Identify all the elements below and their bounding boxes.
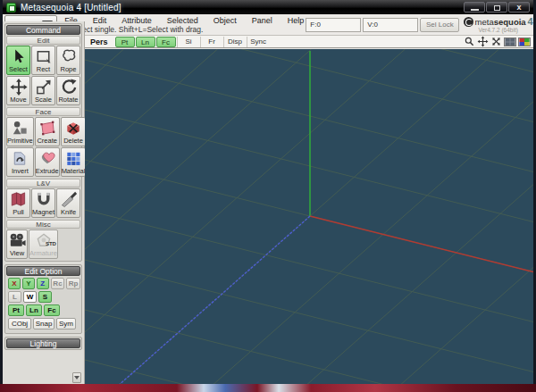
snap-toggle[interactable]: Snap <box>33 318 54 329</box>
axis-z-toggle[interactable]: Z <box>37 278 49 289</box>
menu-object[interactable]: Object <box>212 16 239 25</box>
local-toggle[interactable]: L <box>8 291 21 303</box>
tool-invert-button[interactable]: Invert <box>6 147 34 177</box>
viewport-canvas <box>85 49 533 386</box>
axis-y-toggle[interactable]: Y <box>22 278 35 289</box>
zoom-icon[interactable] <box>464 36 475 47</box>
tool-rect-button[interactable]: Rect <box>31 46 55 75</box>
section-edit-header: Edit <box>6 36 80 45</box>
menu-panel[interactable]: Panel <box>250 16 274 25</box>
viewport-toggle-ln[interactable]: Ln <box>136 37 155 47</box>
tool-primitive-button[interactable]: Primitive <box>6 117 34 146</box>
chevron-down-icon <box>74 376 80 379</box>
tool-move-button[interactable]: Move <box>6 76 30 105</box>
rp-toggle[interactable]: Rp <box>66 278 80 289</box>
material-grid-icon <box>63 149 83 168</box>
metasequoia-logo-icon <box>464 17 473 27</box>
tool-pull-button[interactable]: Pull <box>6 188 30 218</box>
app-icon <box>6 3 16 13</box>
maximize-button[interactable] <box>486 2 507 13</box>
titlebar[interactable]: Metasequoia 4 [Untitled] x <box>3 0 533 14</box>
movie-camera-icon <box>7 231 27 250</box>
rc-toggle[interactable]: Rc <box>51 278 65 289</box>
status-hint: L=Select single. Shift+L=Select with dra… <box>63 25 306 35</box>
viewport-toggle-fc[interactable]: Fc <box>156 37 176 47</box>
viewport-button-sync[interactable]: Sync <box>247 37 270 47</box>
lighting-panel-header[interactable]: Lighting <box>6 338 80 348</box>
tool-rotate-button[interactable]: Rotate <box>56 76 80 105</box>
viewport-button-fr[interactable]: Fr <box>200 37 223 47</box>
tool-view-button[interactable]: View <box>6 229 28 259</box>
tool-rope-button[interactable]: Rope <box>56 46 80 75</box>
3d-viewport[interactable] <box>85 49 533 386</box>
rope-lasso-icon <box>59 47 79 66</box>
tool-magnet-button[interactable]: Magnet <box>31 188 55 218</box>
panel-scroll-down-button[interactable] <box>72 372 81 383</box>
viewport-toggle-pt[interactable]: Pt <box>115 37 135 47</box>
window-title: Metasequoia 4 [Untitled] <box>21 3 121 13</box>
pull-map-icon <box>8 190 28 209</box>
tool-delete-button[interactable]: Delete <box>61 117 87 146</box>
menu-help[interactable]: Help <box>286 16 306 25</box>
tool-scale-button[interactable]: Scale <box>31 76 55 105</box>
command-panel: Command Edit Select Rect Rope Move <box>4 23 82 262</box>
command-panel-header[interactable]: Command <box>6 25 80 35</box>
menu-selected[interactable]: Selected <box>165 16 200 25</box>
magnet-icon <box>34 190 54 209</box>
sel-lock-button[interactable]: Sel Lock <box>420 18 459 32</box>
brand-block: metasequoia 4 Ver4.7.2 (64bit) <box>463 14 533 35</box>
edit-option-header[interactable]: Edit Option <box>6 266 80 276</box>
delete-face-icon <box>63 119 83 138</box>
select-cursor-icon <box>9 47 29 66</box>
tool-knife-button[interactable]: Knife <box>56 188 80 218</box>
maximize-icon <box>494 5 500 11</box>
tool-extrude-button[interactable]: Extrude <box>35 147 60 177</box>
edit-option-panel: Edit Option X Y Z Rc Rp L W S Pt Ln Fc C… <box>4 264 82 334</box>
close-button[interactable]: x <box>508 2 530 13</box>
minimize-button[interactable] <box>464 2 485 13</box>
brand-sequoia: sequoia <box>494 17 526 27</box>
knife-icon <box>59 190 79 209</box>
menu-edit[interactable]: Edit <box>91 16 109 25</box>
line-toggle[interactable]: Ln <box>26 304 42 316</box>
face-toggle[interactable]: Fc <box>44 304 60 316</box>
view-mode-label[interactable]: Pers <box>85 38 115 46</box>
tool-material-button[interactable]: Material <box>61 147 87 177</box>
screen-toggle[interactable]: S <box>38 291 52 303</box>
single-view-layout-icon[interactable] <box>504 38 516 46</box>
sym-toggle[interactable]: Sym <box>56 318 76 329</box>
point-toggle[interactable]: Pt <box>8 304 24 316</box>
brand-version: Ver4.7.2 (64bit) <box>478 27 517 33</box>
quad-view-layout-icon[interactable] <box>518 38 531 46</box>
scale-icon <box>34 78 54 96</box>
viewport-header: Pers Pt Ln Fc Si Fr Disp Sync <box>85 36 533 48</box>
pan-icon[interactable] <box>477 36 489 47</box>
app-window: Metasequoia 4 [Untitled] x Beginner File… <box>0 0 536 387</box>
rotate-view-icon[interactable] <box>490 36 502 47</box>
create-face-icon <box>38 119 57 138</box>
tool-armature-button[interactable]: STD Armature <box>29 229 58 259</box>
desktop-background <box>0 384 536 392</box>
armature-std-badge: STD <box>46 241 56 246</box>
viewport-button-disp[interactable]: Disp <box>223 37 247 47</box>
section-lv-header: L&V <box>6 179 80 188</box>
world-toggle[interactable]: W <box>23 291 37 303</box>
tool-create-button[interactable]: Create <box>35 117 60 146</box>
face-count-field: F:0 <box>306 18 361 32</box>
move-arrows-icon <box>9 78 29 96</box>
viewport-button-si[interactable]: Si <box>177 37 200 47</box>
lighting-panel: Lighting <box>4 337 82 350</box>
rotate-icon <box>59 78 79 96</box>
tool-select-button[interactable]: Select <box>6 46 30 75</box>
cobj-toggle[interactable]: CObj <box>8 318 31 329</box>
primitive-shapes-icon <box>10 119 29 138</box>
minimize-icon <box>471 9 479 11</box>
section-face-header: Face <box>6 107 80 116</box>
menu-attribute[interactable]: Attribute <box>120 16 154 25</box>
section-misc-header: Misc <box>6 220 80 229</box>
brand-meta: meta <box>475 17 494 27</box>
menubar: File Edit Attribute Selected Object Pane… <box>63 15 306 25</box>
extrude-icon <box>38 149 57 168</box>
rect-select-icon <box>34 47 54 66</box>
axis-x-toggle[interactable]: X <box>8 278 21 289</box>
